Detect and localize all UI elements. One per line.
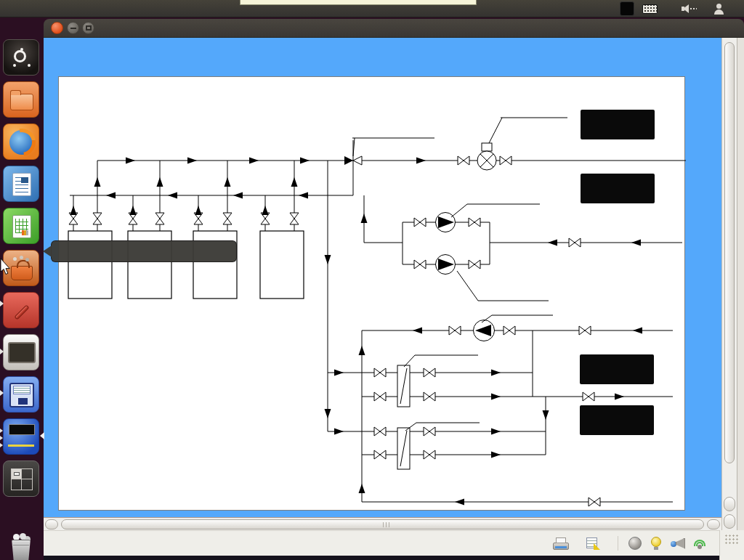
unity-launcher <box>0 17 44 560</box>
openscada-vision-window <box>44 19 744 560</box>
running-indicator <box>0 390 4 396</box>
minimize-button[interactable] <box>67 22 79 34</box>
window-corner <box>719 530 744 560</box>
horizontal-scrollbar-thumb[interactable] <box>61 519 704 529</box>
heat-exchangers <box>397 365 410 469</box>
background-window-strip <box>240 0 477 5</box>
trash-paper-icon <box>13 534 20 540</box>
thermal-scheme-svg <box>59 77 686 511</box>
close-button[interactable] <box>51 22 63 34</box>
running-indicator <box>0 301 4 307</box>
desktop <box>0 0 744 560</box>
print-icon[interactable] <box>553 537 569 550</box>
flow-arrows <box>70 158 643 506</box>
writer-document-icon <box>12 173 31 196</box>
launcher-item-files[interactable] <box>3 81 39 118</box>
keyboard-icon[interactable] <box>642 4 658 14</box>
maximize-button[interactable] <box>82 22 94 34</box>
running-indicator <box>0 436 3 440</box>
window-right-edge <box>737 38 744 530</box>
pumps <box>436 213 495 341</box>
running-indicator <box>0 429 3 433</box>
resize-grip[interactable] <box>724 534 739 545</box>
scheme-canvas <box>58 76 685 511</box>
scroll-left-button[interactable] <box>45 519 58 529</box>
heat-meter <box>477 143 496 170</box>
launcher-item-trash[interactable] <box>3 527 39 560</box>
horizontal-scrollbar[interactable] <box>44 517 721 530</box>
window-titlebar[interactable] <box>44 19 744 38</box>
launcher-item-openscada-config[interactable] <box>3 376 39 413</box>
launcher-item-dash[interactable] <box>3 39 39 76</box>
label-pointers <box>352 118 567 431</box>
signal-status-icon[interactable] <box>693 537 706 549</box>
launcher-item-workspace-switcher[interactable] <box>3 460 39 497</box>
export-icon[interactable] <box>586 537 600 550</box>
valves <box>69 156 600 506</box>
display-p-pr-otopl <box>581 174 655 203</box>
running-indicator <box>0 443 3 447</box>
running-indicator <box>0 349 4 354</box>
launcher-item-libreoffice-writer[interactable] <box>3 166 39 202</box>
scroll-down-button[interactable] <box>724 514 735 529</box>
system-tray <box>620 0 740 17</box>
scroll-right-button[interactable] <box>707 519 720 529</box>
vertical-scrollbar-thumb[interactable] <box>724 42 735 463</box>
lcd-display-icon <box>9 424 35 435</box>
user-icon <box>713 4 724 15</box>
toolbar-separator <box>618 536 618 551</box>
focused-app-indicator <box>40 432 44 439</box>
launcher-item-terminal[interactable] <box>3 334 39 370</box>
vision-status-toolbar <box>44 530 744 556</box>
ubuntu-logo-icon <box>14 50 26 62</box>
display-temp-otopl <box>581 110 655 139</box>
alarm-status-icon[interactable] <box>628 537 642 550</box>
launcher-item-firefox[interactable] <box>3 123 39 160</box>
floppy-icon <box>9 383 34 407</box>
software-bag-icon <box>11 266 33 280</box>
display-temp-gvs <box>580 354 654 384</box>
terminal-screen-icon <box>8 342 36 363</box>
boiler-k4 <box>260 231 304 299</box>
scheme-background <box>44 38 721 517</box>
lamp-status-icon[interactable] <box>651 537 661 550</box>
folder-icon <box>10 94 33 110</box>
launcher-item-openscada-vision[interactable] <box>3 418 39 455</box>
launcher-tooltip <box>51 240 237 262</box>
launcher-item-libreoffice-calc[interactable] <box>3 208 39 244</box>
desktop-bottom-strip <box>44 556 719 560</box>
vertical-scrollbar[interactable] <box>721 38 737 530</box>
sound-icon[interactable] <box>682 4 698 14</box>
calc-spreadsheet-icon <box>12 215 31 238</box>
sound-alarm-icon[interactable] <box>671 538 686 549</box>
vnc-indicator-icon[interactable] <box>620 1 634 16</box>
mouse-cursor <box>0 259 12 275</box>
wrench-icon <box>14 304 29 320</box>
firefox-globe-icon <box>9 130 34 155</box>
trash-bin-icon <box>11 540 31 560</box>
display-p-pr-gvs <box>580 405 654 435</box>
scroll-down-button[interactable] <box>724 497 735 511</box>
launcher-item-system-settings[interactable] <box>3 292 39 328</box>
tooltip-arrow <box>43 245 52 257</box>
